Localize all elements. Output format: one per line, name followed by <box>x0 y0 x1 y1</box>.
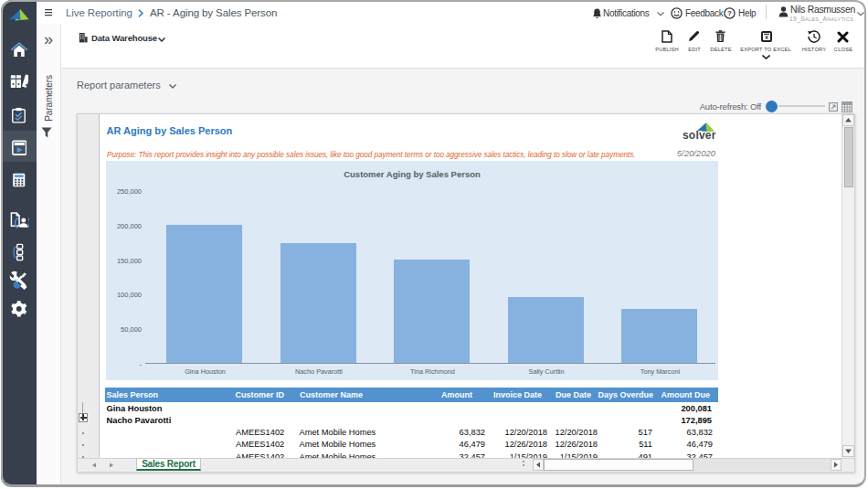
svg-text:?: ? <box>727 9 732 17</box>
svg-text:x: x <box>765 34 768 40</box>
